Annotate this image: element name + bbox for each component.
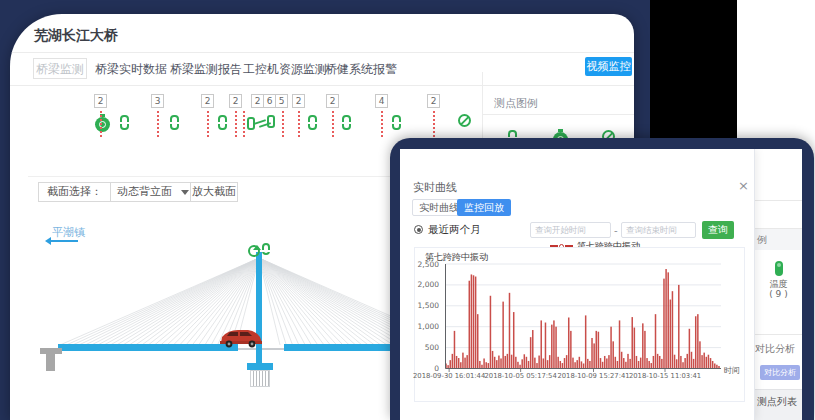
compare-analysis-label: 对比分析 bbox=[755, 342, 802, 356]
panel-divider bbox=[482, 72, 483, 140]
sensor-marker bbox=[332, 111, 334, 137]
temperature-count: ( 9 ) bbox=[755, 289, 802, 299]
query-button[interactable]: 查询 bbox=[702, 221, 734, 239]
last-two-months-radio[interactable] bbox=[414, 225, 423, 234]
bridge-sensor-icon[interactable] bbox=[247, 115, 275, 131]
compare-analysis-button[interactable]: 对比分析 bbox=[760, 365, 800, 380]
sensor-count-badge: 5 bbox=[275, 94, 288, 108]
section-select-group: 截面选择： 动态背立面 bbox=[38, 182, 196, 202]
realtime-curve-dialog: 实时曲线 × 实时曲线图 监控回放 最近两个月 - 查询 第七跨跨中振动 bbox=[400, 149, 755, 420]
left-arrow-icon bbox=[50, 240, 78, 242]
background-sidebar: 例 温度 ( 9 ) 对比分析 对比分析 测点列表 bbox=[755, 149, 802, 420]
ban-sensor-icon[interactable] bbox=[458, 114, 471, 127]
y-tick-label: 500 bbox=[415, 343, 439, 352]
sensor-marker bbox=[207, 111, 209, 137]
tab-system-alarm[interactable]: 桥健系统报警 bbox=[325, 61, 397, 78]
divider bbox=[755, 200, 802, 201]
date-range-separator: - bbox=[614, 225, 618, 236]
location-label: 平潮镇 bbox=[52, 225, 85, 240]
link-sensor-icon[interactable] bbox=[218, 115, 227, 130]
divider bbox=[755, 334, 802, 335]
chart-plot[interactable] bbox=[444, 262, 721, 373]
rotation-sensor-icon[interactable] bbox=[248, 245, 260, 257]
y-axis-labels: 05001,0001,5002,0002,500 bbox=[415, 262, 441, 373]
x-tick-label: 2018-10-09 15:27:41 bbox=[557, 372, 631, 380]
link-sensor-icon[interactable] bbox=[308, 115, 317, 130]
section-select-label: 截面选择： bbox=[39, 183, 111, 201]
x-axis-labels: 2018-09-30 16:01:442018-10-05 05:17:5420… bbox=[444, 372, 721, 384]
tab-realtime-data[interactable]: 桥梁实时数据 bbox=[95, 61, 167, 78]
dialog-title: 实时曲线 bbox=[413, 180, 457, 195]
bridge-tower bbox=[256, 252, 262, 365]
page-title: 芜湖长江大桥 bbox=[34, 27, 118, 45]
sensor-marker bbox=[100, 111, 102, 137]
query-end-time-input[interactable] bbox=[621, 222, 696, 238]
title-divider bbox=[10, 52, 634, 53]
x-tick-label: 2018-09-30 16:01:44 bbox=[412, 372, 486, 380]
tower-link-icon[interactable] bbox=[262, 243, 270, 255]
sensor-marker bbox=[157, 111, 159, 137]
zoom-section-button[interactable]: 放大截面 bbox=[190, 182, 238, 202]
sensor-marker bbox=[381, 111, 383, 137]
sensor-count-badge: 2 bbox=[201, 94, 214, 108]
close-icon[interactable]: × bbox=[738, 178, 749, 193]
point-list-label: 测点列表 bbox=[757, 395, 797, 409]
sensor-count-badge: 2 bbox=[326, 94, 339, 108]
bridge-piles bbox=[250, 370, 270, 387]
legend-panel-divider bbox=[482, 114, 634, 115]
x-tick-label: 2018-10-15 11:03:41 bbox=[628, 372, 702, 380]
sensor-count-badge: 2 bbox=[229, 94, 242, 108]
bridge-deck-left bbox=[58, 344, 238, 351]
tab-bridge-monitoring[interactable]: 桥梁监测 bbox=[33, 58, 87, 79]
legend-panel-title: 测点图例 bbox=[494, 96, 538, 111]
video-surveillance-button[interactable]: 视频监控 bbox=[585, 57, 632, 76]
link-sensor-icon[interactable] bbox=[342, 115, 351, 130]
chevron-down-icon bbox=[181, 190, 189, 195]
section-select-dropdown[interactable]: 动态背立面 bbox=[111, 183, 195, 201]
desktop: 芜湖长江大桥 桥梁监测 桥梁实时数据 桥梁监测报告 工控机资源监测 桥健系统报警… bbox=[0, 0, 815, 420]
car-image bbox=[218, 327, 264, 348]
sidebar-text-fragment: 例 bbox=[757, 233, 767, 247]
y-tick-label: 2,000 bbox=[415, 280, 439, 289]
y-tick-label: 1,500 bbox=[415, 301, 439, 310]
y-tick-label: 1,000 bbox=[415, 322, 439, 331]
sensor-marker bbox=[433, 111, 435, 137]
sensor-count-badge: 2 bbox=[427, 94, 440, 108]
last-two-months-label: 最近两个月 bbox=[428, 223, 481, 237]
tab-bar: 桥梁监测 桥梁实时数据 桥梁监测报告 工控机资源监测 桥健系统报警 bbox=[10, 58, 634, 85]
tabs-divider bbox=[10, 85, 634, 86]
sensor-marker bbox=[282, 111, 284, 137]
sensor-count-badge: 2 bbox=[94, 94, 107, 108]
tab-ipc-resource[interactable]: 工控机资源监测 bbox=[243, 61, 327, 78]
black-screen-area bbox=[650, 0, 737, 140]
link-sensor-icon[interactable] bbox=[392, 115, 401, 130]
sensor-count-badge: 4 bbox=[375, 94, 388, 108]
bridge-pier-cap bbox=[247, 363, 273, 370]
tab-monitoring-report[interactable]: 桥梁监测报告 bbox=[170, 61, 242, 78]
stopwatch-icon[interactable] bbox=[95, 114, 111, 132]
dialog-window-page: 例 温度 ( 9 ) 对比分析 对比分析 测点列表 实时曲线 × 实时曲线图 监… bbox=[400, 149, 802, 420]
dialog-window: 例 温度 ( 9 ) 对比分析 对比分析 测点列表 实时曲线 × 实时曲线图 监… bbox=[390, 138, 814, 420]
link-sensor-icon[interactable] bbox=[120, 115, 129, 130]
tab-monitoring-playback[interactable]: 监控回放 bbox=[457, 199, 511, 216]
sensor-marker bbox=[235, 111, 237, 137]
sensor-marker bbox=[298, 111, 300, 137]
link-sensor-icon[interactable] bbox=[170, 115, 179, 130]
thermometer-icon[interactable] bbox=[775, 261, 783, 276]
query-start-time-input[interactable] bbox=[530, 222, 611, 238]
x-axis-name: 时间 bbox=[724, 365, 740, 376]
sensor-count-badge: 3 bbox=[151, 94, 164, 108]
sensor-marker bbox=[243, 111, 245, 137]
sensor-count-badge: 2 bbox=[292, 94, 305, 108]
chart-card: 第七跨跨中振动 05001,0001,5002,0002,500 2018-09… bbox=[414, 247, 745, 402]
x-tick-label: 2018-10-05 05:17:54 bbox=[484, 372, 558, 380]
y-tick-label: 2,500 bbox=[415, 260, 439, 269]
